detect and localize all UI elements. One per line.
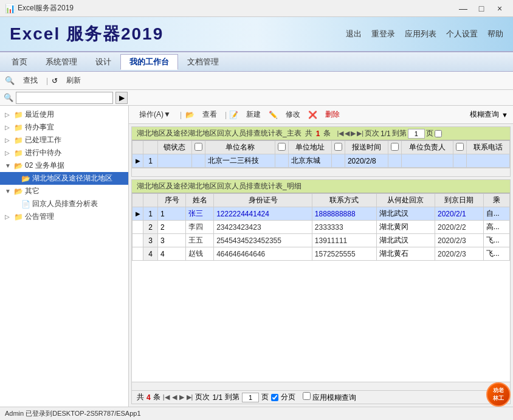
upper-page-label: 页次 <box>365 128 379 139</box>
nav-settings[interactable]: 个人设置 <box>446 29 478 40</box>
row-lockstatus <box>158 154 192 168</box>
row-transport: 飞... <box>483 247 509 261</box>
lower-page-checkbox[interactable] <box>271 394 278 401</box>
upper-h-scroll[interactable] <box>132 168 510 176</box>
table-row[interactable]: 3 3 王五 2545434523452355 13911111 湖北武汉 20… <box>133 234 510 247</box>
lower-to-page-label: 到第 <box>225 392 239 402</box>
search-go-button[interactable]: ▶ <box>115 92 128 104</box>
doc-icon-returnees: 📄 <box>21 200 30 208</box>
upper-check3[interactable] <box>334 143 342 151</box>
close-button[interactable]: × <box>491 2 508 15</box>
lower-page-input[interactable] <box>242 393 259 402</box>
view-button[interactable]: 查看 <box>197 108 222 122</box>
table-row[interactable]: ▶ 1 1 张三 1222224441424 1888888888 湖北武汉 2… <box>133 207 510 221</box>
nav-logout[interactable]: 退出 <box>346 29 362 40</box>
tab-sysadmin[interactable]: 系统管理 <box>36 54 86 70</box>
table-row[interactable]: 4 4 赵钱 464646464646 1572525555 湖北黄石 2020… <box>133 247 510 261</box>
sidebar-item-biz[interactable]: ▼ 📂 02 业务单据 <box>0 159 128 172</box>
new-button[interactable]: 新建 <box>241 108 266 122</box>
upper-first-page-btn[interactable]: |◀ <box>337 129 343 137</box>
lower-prev-page-btn[interactable]: ◀ <box>172 393 177 401</box>
lower-col-arrow <box>133 194 143 207</box>
sidebar-item-returnees[interactable]: 📄 回京人员排查分析表 <box>0 198 128 210</box>
nav-relogin[interactable]: 重登录 <box>371 29 395 40</box>
nav-help[interactable]: 帮助 <box>487 29 503 40</box>
row-submittime: 2020/2/8 <box>345 154 388 168</box>
sidebar-item-label-announce: 公告管理 <box>25 212 54 222</box>
refresh-button[interactable]: 刷新 <box>61 74 86 88</box>
upper-col-responsible: 单位负责人 <box>401 141 453 154</box>
maximize-button[interactable]: □ <box>473 2 490 15</box>
sidebar-item-label-inprogress: 进行中待办 <box>25 148 61 158</box>
upper-page-checkbox[interactable] <box>435 130 442 137</box>
lower-moquery-checkbox[interactable] <box>303 392 311 400</box>
title-bar-text: Excel服务器2019 <box>18 3 455 13</box>
lower-page-unit: 页 <box>261 392 269 402</box>
lower-last-page-btn[interactable]: ▶| <box>187 393 193 401</box>
folder-icon-biz: 📂 <box>14 162 23 170</box>
table-row[interactable]: 2 2 李四 23423423423 2333333 湖北黄冈 2020/2/2… <box>133 221 510 234</box>
row-name: 张三 <box>186 207 214 221</box>
sidebar-item-announce[interactable]: ▷ 📁 公告管理 <box>0 210 128 223</box>
tab-myworkspace[interactable]: 我的工作台 <box>120 54 178 70</box>
nav-applist[interactable]: 应用列表 <box>405 29 436 40</box>
lower-col-seqnum: 序号 <box>158 194 186 207</box>
upper-check5[interactable] <box>456 143 464 151</box>
row-check2 <box>275 154 289 168</box>
folder-icon-pending: 📁 <box>14 123 23 132</box>
upper-col-check1 <box>191 141 205 154</box>
row-num: 4 <box>143 247 158 261</box>
lower-table-scroll: 序号 姓名 身份证号 联系方式 <box>132 193 510 382</box>
row-arrival: 2020/2/3 <box>435 234 484 247</box>
app-icon: 📊 <box>5 4 15 13</box>
fuzzy-query-dropdown[interactable]: ▼ <box>501 111 508 119</box>
sidebar-item-recent[interactable]: ▷ 📁 最近使用 <box>0 108 128 121</box>
upper-col-submittime: 报送时间 <box>345 141 388 154</box>
upper-check4[interactable] <box>391 143 399 151</box>
sidebar-item-inprogress[interactable]: ▷ 📁 进行中待办 <box>0 146 128 159</box>
sidebar-item-processed[interactable]: ▷ 📁 已处理工作 <box>0 134 128 146</box>
edit-button[interactable]: 修改 <box>280 108 306 122</box>
row-transport: 自... <box>483 207 509 221</box>
upper-page-input[interactable] <box>408 129 425 139</box>
upper-table-page-nav: |◀ ◀ ▶ ▶| 页次 1/1 到第 页 <box>337 128 441 139</box>
sidebar-item-hubei[interactable]: 📂 湖北地区及途径湖北地区 <box>0 172 128 185</box>
header-nav: 退出 重登录 应用列表 个人设置 帮助 <box>346 29 503 40</box>
upper-check2[interactable] <box>278 143 286 151</box>
lower-col-num <box>143 194 158 207</box>
search-bar: 🔍 ▶ <box>0 90 513 106</box>
folder-view-icon: 📂 <box>185 111 195 119</box>
lower-table-body: ▶ 1 1 张三 1222224441424 1888888888 湖北武汉 2… <box>133 207 510 261</box>
floating-help-button[interactable]: 劝老 林工 <box>486 382 511 407</box>
sidebar-item-others[interactable]: ▼ 📂 其它 <box>0 185 128 198</box>
fuzzy-query-label: 模糊查询 <box>470 109 499 120</box>
main-toolbar: 🔍 查找 | ↺ 刷新 <box>0 72 513 90</box>
lower-page-info: 1/1 <box>212 393 222 402</box>
operation-menu-button[interactable]: 操作(A)▼ <box>134 108 176 122</box>
upper-last-page-btn[interactable]: ▶| <box>357 129 363 137</box>
row-arrow <box>133 234 143 247</box>
table-row[interactable]: ▶ 1 北京一二三科技 北京东城 2020/2/8 <box>133 154 510 168</box>
lower-h-scroll[interactable] <box>132 382 510 390</box>
tree-toggle-inprogress: ▷ <box>5 150 12 156</box>
search-button[interactable]: 查找 <box>18 74 43 88</box>
folder-icon-others: 📂 <box>14 187 23 196</box>
tab-home[interactable]: 首页 <box>2 54 36 70</box>
lower-first-page-btn[interactable]: |◀ <box>163 393 170 401</box>
search-input[interactable] <box>16 92 113 104</box>
row-seqnum: 3 <box>158 234 186 247</box>
row-arrow: ▶ <box>133 154 143 168</box>
upper-next-page-btn[interactable]: ▶ <box>351 129 356 137</box>
upper-check1[interactable] <box>195 143 202 151</box>
tab-docmgr[interactable]: 文档管理 <box>178 54 228 70</box>
upper-prev-page-btn[interactable]: ◀ <box>345 129 349 137</box>
tab-design[interactable]: 设计 <box>86 54 120 70</box>
lower-next-page-btn[interactable]: ▶ <box>179 393 184 401</box>
floating-btn-line2: 林工 <box>493 394 504 402</box>
delete-button[interactable]: 删除 <box>320 108 345 122</box>
sidebar-item-pending[interactable]: ▷ 📁 待办事宜 <box>0 121 128 134</box>
sidebar-item-label-others: 其它 <box>25 186 40 196</box>
lower-subpage-label: 分页 <box>281 392 295 402</box>
minimize-button[interactable]: — <box>455 2 472 15</box>
lower-page-label: 页次 <box>195 392 210 402</box>
